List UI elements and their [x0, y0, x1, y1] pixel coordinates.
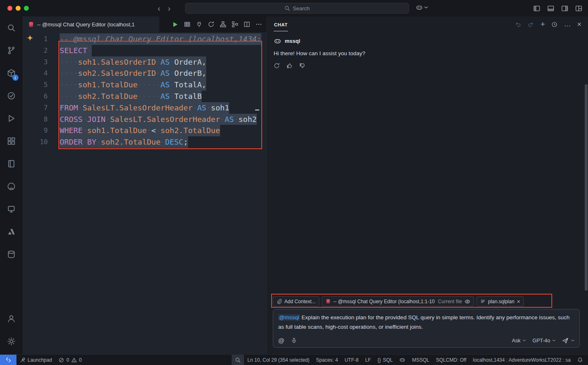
navigate-forward-icon[interactable]: › — [168, 4, 171, 13]
copilot-sparkle-icon[interactable] — [27, 35, 33, 41]
add-context-button[interactable]: Add Context... — [273, 296, 319, 307]
tab-chat[interactable]: CHAT — [274, 18, 288, 31]
tab-chat-query-editor[interactable]: -- @mssql Chat Query Editor (localhost,1 — [23, 16, 159, 32]
chevron-down-icon — [523, 339, 526, 342]
estimated-plan-button[interactable] — [217, 19, 228, 30]
more-actions-button[interactable] — [253, 19, 264, 30]
status-bar: Launchpad 0 0 Ln 10, Col 29 (354 selecte… — [0, 354, 588, 365]
connection-status[interactable]: localhost,1434 : AdventureWorksLT2022 : … — [469, 355, 574, 365]
results-grid-button[interactable] — [181, 19, 193, 30]
command-center-search[interactable]: Search — [185, 3, 409, 14]
mention-button[interactable]: @ — [278, 337, 284, 344]
paperclip-icon — [277, 299, 282, 304]
cursor-position[interactable]: Ln 10, Col 29 (354 selected) — [244, 355, 313, 365]
code-line[interactable]: 5····soh1.TotalDue·····AS·TotalA, — [23, 79, 267, 91]
send-button[interactable] — [562, 337, 574, 344]
code-line[interactable]: 8CROSS·JOIN·SalesLT.SalesOrderHeader·AS·… — [23, 114, 267, 125]
ellipsis-icon — [256, 21, 262, 28]
navigate-back-icon[interactable]: ‹ — [158, 4, 160, 13]
copilot-status[interactable] — [396, 355, 409, 365]
activity-remote-explorer[interactable] — [0, 198, 23, 220]
launchpad-label: Launchpad — [28, 357, 52, 363]
minimize-window-button[interactable] — [16, 6, 21, 11]
toggle-secondary-sidebar-icon[interactable] — [561, 5, 568, 12]
chat-more-button[interactable]: … — [564, 20, 571, 28]
activity-github[interactable] — [0, 175, 23, 198]
activity-references[interactable]: 1 — [0, 62, 23, 84]
code-line[interactable]: 7FROM·SalesLT.SalesOrderHeader·AS·soh1 — [23, 102, 267, 114]
launchpad-button[interactable]: Launchpad — [16, 355, 55, 365]
search-icon — [7, 23, 16, 32]
zoom-indicator[interactable] — [232, 355, 244, 365]
encoding-indicator[interactable]: UTF-8 — [341, 355, 362, 365]
code-line[interactable]: 3····soh1.SalesOrderID·AS·OrderA, — [23, 56, 267, 68]
activity-source-control[interactable] — [0, 39, 23, 62]
thumbs-up-button[interactable] — [286, 63, 293, 69]
chat-input-area: Add Context... -- @mssql Chat Query Edit… — [273, 296, 580, 348]
code-line[interactable]: 2SELECT· — [23, 45, 267, 56]
chat-panel-header: CHAT + … × — [267, 16, 588, 32]
editor-lines: 1--·@mssql·Chat·Query·Editor·(localhost,… — [23, 33, 267, 148]
chat-scrollbar[interactable] — [585, 84, 588, 290]
schema-compare-button[interactable] — [229, 19, 240, 30]
chat-input-box[interactable]: @mssql Explain the execution plan for th… — [273, 309, 580, 348]
regenerate-button[interactable] — [274, 63, 280, 69]
send-icon — [562, 337, 569, 344]
split-editor-button[interactable] — [241, 19, 252, 30]
disconnect-button[interactable] — [193, 19, 205, 30]
refresh-icon — [208, 21, 214, 28]
run-query-button[interactable] — [170, 19, 181, 30]
undo-edit-button[interactable] — [515, 21, 521, 28]
eye-icon[interactable] — [465, 299, 470, 304]
notifications-button[interactable] — [574, 355, 588, 365]
line-number: 3 — [23, 56, 60, 68]
customize-layout-icon[interactable] — [575, 5, 582, 12]
new-chat-button[interactable]: + — [540, 20, 545, 29]
toggle-primary-sidebar-icon[interactable] — [533, 5, 540, 12]
code-line[interactable]: 9WHERE·soh1.TotalDue·<·soh2.TotalDue — [23, 125, 267, 136]
code-line[interactable]: 4····soh2.SalesOrderID·AS·OrderB, — [23, 68, 267, 79]
sqlcmd-status[interactable]: SQLCMD: Off — [433, 355, 470, 365]
mode-dropdown[interactable]: Ask — [512, 338, 526, 344]
search-icon — [284, 5, 290, 11]
plan-pill-label: plan.sqlplan — [488, 299, 514, 304]
code-editor[interactable]: 1--·@mssql·Chat·Query·Editor·(localhost,… — [23, 32, 267, 354]
change-connection-button[interactable] — [205, 19, 216, 30]
maximize-window-button[interactable] — [24, 6, 29, 11]
tab-title: -- @mssql Chat Query Editor (localhost,1 — [37, 21, 135, 28]
mic-button[interactable] — [291, 337, 297, 344]
indentation-indicator[interactable]: Spaces: 4 — [313, 355, 341, 365]
close-window-button[interactable] — [7, 6, 12, 11]
problems-indicator[interactable]: 0 0 — [55, 355, 85, 365]
activity-database-projects[interactable] — [0, 243, 23, 266]
thumbs-down-button[interactable] — [299, 63, 305, 69]
code-line[interactable]: 6····soh2.TotalDue·····AS·TotalB — [23, 91, 267, 102]
model-dropdown[interactable]: GPT-4o — [532, 338, 555, 344]
close-chat-button[interactable]: × — [577, 20, 581, 29]
activity-run-debug[interactable] — [0, 107, 23, 130]
mssql-status[interactable]: MSSQL — [409, 355, 432, 365]
activity-extensions[interactable] — [0, 130, 23, 152]
redo-edit-button[interactable] — [528, 21, 534, 28]
context-pill-plan-sqlplan[interactable]: plan.sqlplan × — [476, 296, 524, 307]
chat-history-button[interactable] — [551, 21, 558, 28]
thumbs-up-icon — [286, 63, 293, 69]
settings-button[interactable] — [0, 330, 23, 353]
account-button[interactable] — [0, 307, 23, 330]
activity-search[interactable] — [0, 16, 23, 39]
text-cursor — [255, 110, 259, 110]
activity-notebooks[interactable] — [0, 152, 23, 175]
code-line[interactable]: 1--·@mssql·Chat·Query·Editor·(localhost,… — [23, 33, 267, 45]
account-icon — [7, 314, 16, 323]
activity-azure[interactable] — [0, 220, 23, 243]
eol-indicator[interactable]: LF — [362, 355, 374, 365]
chat-prompt-text[interactable]: @mssql Explain the execution plan for th… — [278, 313, 574, 332]
activity-testing[interactable] — [0, 84, 23, 107]
language-mode[interactable]: {} SQL — [374, 355, 396, 365]
code-line[interactable]: 10ORDER·BY·soh2.TotalDue·DESC; — [23, 136, 267, 148]
context-pill-current-file[interactable]: -- @mssql Chat Query Editor (localhost,1… — [322, 296, 474, 307]
remove-context-icon[interactable]: × — [517, 298, 520, 305]
toggle-panel-icon[interactable] — [547, 5, 554, 12]
remote-indicator[interactable] — [0, 355, 16, 365]
copilot-menu[interactable] — [416, 4, 428, 11]
